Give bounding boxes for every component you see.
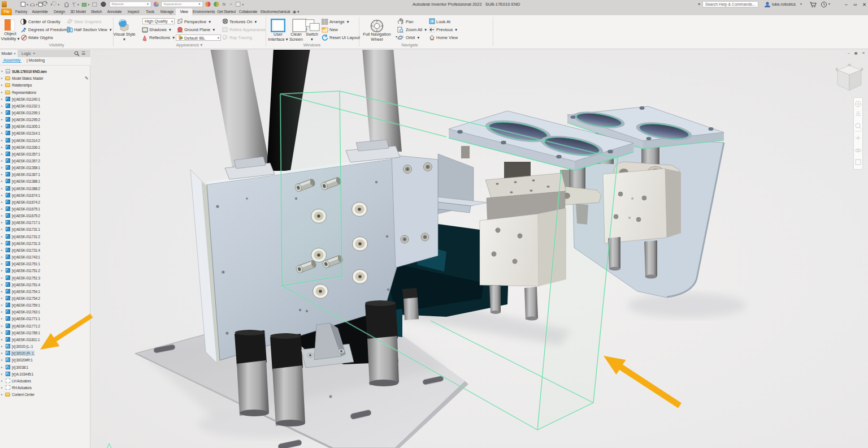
svg-text:▾: ▾ — [199, 2, 201, 6]
svg-text:Material: Material — [112, 2, 124, 6]
svg-text:▾: ▾ — [88, 3, 89, 6]
svg-text:▾: ▾ — [242, 3, 244, 6]
svg-text:▾: ▾ — [77, 3, 79, 6]
svg-text:▾: ▾ — [58, 3, 59, 6]
svg-text:Appearance: Appearance — [163, 2, 182, 6]
svg-text:▾: ▾ — [147, 2, 149, 6]
svg-text:▾: ▾ — [50, 3, 52, 6]
svg-text:▾: ▾ — [27, 3, 28, 6]
svg-text:+: + — [230, 2, 232, 7]
svg-text:▾: ▾ — [36, 3, 38, 6]
svg-text:fx: fx — [223, 2, 226, 7]
